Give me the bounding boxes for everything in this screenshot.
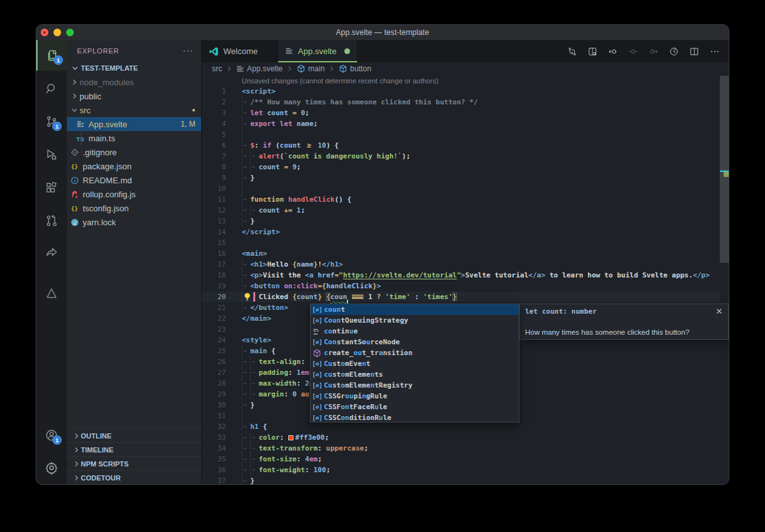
code-line-7[interactable]: 7→→alert(`count is dangerously high!`);	[202, 151, 729, 162]
line-number[interactable]: 3	[202, 108, 226, 118]
lightbulb-icon[interactable]	[242, 292, 253, 302]
line-number[interactable]: 25	[202, 346, 226, 356]
tree-item-src[interactable]: src●	[67, 103, 201, 117]
suggest-item-count[interactable]: count	[311, 304, 519, 315]
close-window-button[interactable]	[41, 29, 48, 36]
line-number[interactable]: 12	[202, 205, 226, 216]
open-changes-icon[interactable]	[587, 46, 598, 57]
file-history-icon[interactable]	[669, 46, 679, 57]
code-line-35[interactable]: 35→→font-size: 4em;	[202, 454, 729, 465]
workspace-section-header[interactable]: TEST-TEMPLATE	[67, 61, 201, 75]
code-line-8[interactable]: 8→→count = 9;	[202, 162, 729, 172]
code-line-33[interactable]: 33→→color: #ff3e00;	[202, 432, 729, 443]
suggest-item-customelementregistry[interactable]: CustomElementRegistry	[311, 380, 519, 391]
gutter-next-icon[interactable]	[649, 46, 659, 57]
line-number[interactable]: 2	[202, 97, 226, 108]
title-bar[interactable]: App.svelte — test-template	[36, 25, 729, 40]
code-line-6[interactable]: 6→$: if (count ≥ 10) {	[202, 140, 729, 151]
code-line-1[interactable]: 1<script>	[202, 86, 729, 97]
line-number[interactable]: 32	[202, 421, 226, 432]
tree-item-app-svelte[interactable]: App.svelte1, M	[67, 117, 201, 131]
suggest-item-customevent[interactable]: CustomEvent	[311, 358, 519, 369]
sidebar-section-outline[interactable]: OUTLINE	[67, 428, 201, 442]
line-number[interactable]: 5	[202, 129, 226, 140]
tree-item--gitignore[interactable]: .gitignore	[67, 145, 201, 159]
line-number[interactable]: 26	[202, 356, 226, 367]
code-line-9[interactable]: 9→}	[202, 172, 729, 183]
code-line-20[interactable]: 20Clicked {count} {coun === 1 ? 'time' :…	[202, 291, 729, 302]
tree-item-main-ts[interactable]: TSmain.ts	[67, 131, 201, 145]
activity-bar-item-run-debug[interactable]	[36, 139, 67, 170]
line-number[interactable]: 16	[202, 248, 226, 259]
activity-bar-item-azure[interactable]	[36, 278, 67, 309]
line-number[interactable]: 8	[202, 162, 226, 172]
suggest-item-continue[interactable]: continue	[311, 326, 519, 337]
tree-item-public[interactable]: public	[67, 89, 201, 103]
code-line-37[interactable]: 37→}	[202, 475, 729, 484]
split-editor-icon[interactable]	[689, 46, 699, 57]
code-line-16[interactable]: 16<main>	[202, 248, 729, 259]
breadcrumb-main[interactable]: main	[297, 64, 325, 73]
activity-bar-item-live-share[interactable]	[36, 239, 67, 269]
sidebar-section-npm-scripts[interactable]: NPM SCRIPTS	[67, 456, 201, 470]
breadcrumb-src[interactable]: src	[212, 64, 222, 73]
compare-changes-icon[interactable]	[567, 46, 577, 57]
line-number[interactable]: 11	[202, 194, 226, 205]
line-number[interactable]: 20	[202, 291, 226, 302]
code-line-2[interactable]: 2→/** How many times has someone clicked…	[202, 97, 729, 108]
code-line-3[interactable]: 3→let count = 0;	[202, 108, 729, 118]
previous-change-icon[interactable]	[608, 46, 618, 57]
code-line-14[interactable]: 14</script>	[202, 227, 729, 237]
tree-item-node-modules[interactable]: node_modules	[67, 75, 201, 89]
line-number[interactable]: 23	[202, 324, 226, 335]
line-number[interactable]: 29	[202, 389, 226, 400]
code-line-19[interactable]: 19→<button on:click={handleClick}>	[202, 281, 729, 291]
line-number[interactable]: 22	[202, 313, 226, 324]
suggest-item-customelements[interactable]: customElements	[311, 369, 519, 380]
code-line-13[interactable]: 13→}	[202, 216, 729, 227]
line-number[interactable]: 14	[202, 227, 226, 237]
line-number[interactable]: 31	[202, 410, 226, 421]
line-number[interactable]: 1	[202, 86, 226, 97]
code-line-36[interactable]: 36→→font-weight: 100;	[202, 465, 729, 475]
zoom-window-button[interactable]	[66, 29, 74, 36]
suggest-item-cssconditionrule[interactable]: CSSConditionRule	[311, 412, 519, 423]
line-number[interactable]: 15	[202, 237, 226, 248]
line-number[interactable]: 18	[202, 270, 226, 281]
line-number[interactable]: 13	[202, 216, 226, 227]
gutter-previous-icon[interactable]	[628, 46, 638, 57]
line-number[interactable]: 7	[202, 151, 226, 162]
sidebar-section-timeline[interactable]: TIMELINE	[67, 442, 201, 456]
code-line-34[interactable]: 34→→text-transform: uppercase;	[202, 443, 729, 454]
tree-item-package-json[interactable]: {}package.json	[67, 159, 201, 173]
suggest-item-cssfontfacerule[interactable]: CSSFontFaceRule	[311, 402, 519, 412]
line-number[interactable]: 21	[202, 302, 226, 313]
tree-item-yarn-lock[interactable]: yarn.lock	[67, 215, 201, 229]
line-number[interactable]: 37	[202, 475, 226, 484]
activity-bar-item-github-pull-requests[interactable]	[36, 206, 67, 236]
line-number[interactable]: 24	[202, 335, 226, 346]
line-number[interactable]: 35	[202, 454, 226, 465]
code-line-15[interactable]: 15	[202, 237, 729, 248]
line-number[interactable]: 28	[202, 378, 226, 389]
line-number[interactable]: 17	[202, 259, 226, 270]
suggest-item-cssgroupingrule[interactable]: CSSGroupingRule	[311, 391, 519, 402]
suggest-item-create_out_transition[interactable]: create_out_transition	[311, 347, 519, 358]
activity-bar-item-accounts[interactable]: 1	[36, 420, 67, 451]
scrollbar[interactable]	[720, 76, 729, 263]
line-number[interactable]: 36	[202, 465, 226, 475]
activity-bar-item-search[interactable]	[36, 73, 67, 104]
code-line-18[interactable]: 18→<p>Visit the <a href="https://svelte.…	[202, 270, 729, 281]
line-number[interactable]: 34	[202, 443, 226, 454]
code-line-12[interactable]: 12→→count += 1;	[202, 205, 729, 216]
suggest-item-constantsourcenode[interactable]: ConstantSourceNode	[311, 337, 519, 347]
breadcrumb-app-svelte[interactable]: App.svelte	[236, 64, 283, 73]
line-number[interactable]: 9	[202, 172, 226, 183]
modified-dot[interactable]	[344, 48, 350, 54]
tab-app-svelte[interactable]: App.svelte	[278, 40, 358, 62]
breadcrumb-button[interactable]: button	[339, 64, 371, 73]
code-line-17[interactable]: 17→<h1>Hello {name}!</h1>	[202, 259, 729, 270]
code-line-4[interactable]: 4→export let name;	[202, 118, 729, 129]
line-number[interactable]: 6	[202, 140, 226, 151]
tab-welcome[interactable]: Welcome	[202, 40, 278, 62]
